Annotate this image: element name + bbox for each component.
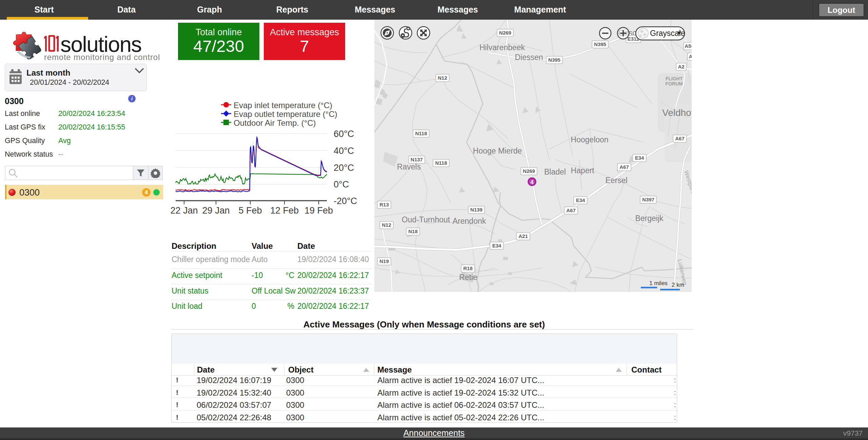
svg-text:N137: N137	[411, 157, 423, 162]
svg-text:Bladel: Bladel	[544, 167, 566, 176]
svg-text:N395: N395	[594, 41, 606, 47]
svg-text:R13: R13	[379, 202, 389, 207]
svg-text:A67: A67	[675, 136, 685, 141]
svg-text:Arendonk: Arendonk	[453, 217, 486, 225]
svg-text:29 Jan: 29 Jan	[202, 205, 230, 216]
svg-text:0°C: 0°C	[334, 179, 349, 189]
svg-text:60°C: 60°C	[334, 129, 354, 139]
svg-text:1 miles: 1 miles	[649, 280, 668, 286]
svg-text:FLIGHT: FLIGHT	[666, 76, 683, 81]
svg-text:R18: R18	[463, 265, 473, 271]
svg-text:N139: N139	[470, 207, 482, 213]
svg-text:2 km: 2 km	[672, 282, 684, 288]
svg-text:A50: A50	[685, 43, 692, 49]
svg-text:E34: E34	[492, 243, 501, 248]
svg-text:Retie: Retie	[459, 273, 477, 282]
svg-text:20°C: 20°C	[334, 163, 354, 173]
svg-text:N118: N118	[415, 131, 427, 136]
svg-text:E34: E34	[635, 155, 644, 161]
svg-text:Oud-Turnhout: Oud-Turnhout	[402, 215, 450, 224]
svg-text:Veldhove: Veldhove	[662, 107, 692, 118]
svg-text:N12: N12	[382, 222, 391, 228]
svg-text:5 Feb: 5 Feb	[238, 205, 262, 216]
svg-text:Hilvarenbeek: Hilvarenbeek	[479, 43, 525, 52]
svg-text:A67: A67	[619, 164, 629, 170]
svg-text:-20°C: -20°C	[334, 196, 357, 206]
svg-text:N397: N397	[642, 197, 654, 202]
svg-text:A5: A5	[689, 54, 692, 59]
svg-text:N395: N395	[548, 57, 560, 63]
svg-text:FORUM: FORUM	[665, 81, 683, 86]
svg-text:N269: N269	[523, 168, 535, 174]
svg-text:A2: A2	[678, 64, 684, 69]
svg-text:4: 4	[530, 179, 534, 185]
svg-text:Bergeijk: Bergeijk	[635, 214, 664, 223]
svg-text:E34: E34	[576, 197, 585, 203]
svg-text:Hooge Mierde: Hooge Mierde	[473, 146, 522, 155]
svg-text:N269: N269	[499, 30, 511, 36]
svg-text:A21: A21	[518, 233, 528, 239]
svg-text:Ravels: Ravels	[397, 162, 421, 171]
svg-text:22 Jan: 22 Jan	[170, 205, 198, 216]
svg-text:N12: N12	[438, 75, 447, 81]
svg-text:19 Feb: 19 Feb	[304, 205, 333, 216]
svg-text:N118: N118	[435, 160, 447, 166]
svg-text:Diessen: Diessen	[515, 53, 543, 62]
svg-text:N19: N19	[379, 258, 389, 264]
svg-text:40°C: 40°C	[334, 146, 354, 156]
svg-text:Eersel: Eersel	[605, 176, 627, 185]
svg-text:N18: N18	[408, 228, 418, 234]
svg-text:Hapert: Hapert	[571, 166, 594, 175]
svg-text:12 Feb: 12 Feb	[270, 205, 299, 216]
svg-text:Hoogeloon: Hoogeloon	[571, 135, 608, 144]
svg-text:A67: A67	[566, 207, 576, 213]
